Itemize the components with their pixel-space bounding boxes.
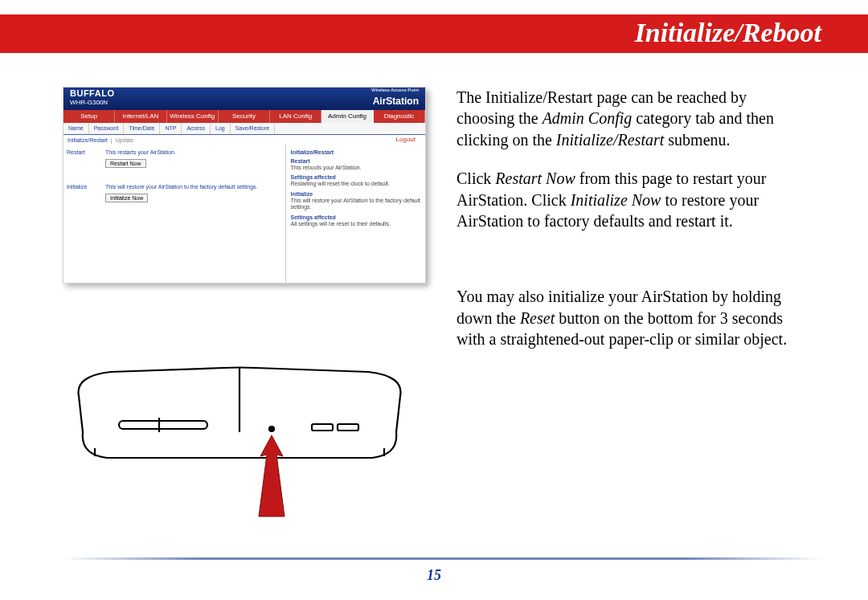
p1-em1: Admin Config [542, 109, 633, 127]
brand-name: AirStation [373, 96, 419, 107]
restart-row: Restart This restarts your AirStation. R… [67, 149, 279, 168]
side-text-3: This will restore your AirStation to the… [291, 198, 421, 211]
tab-internet-lan[interactable]: Internet/LAN [115, 110, 166, 123]
admin-screenshot: BUFFALO WHR-G300N Wireless Access Point … [63, 87, 426, 284]
screenshot-sidebar: Initialize/Restart Restart This reboots … [286, 145, 426, 284]
brand-logo: BUFFALO [70, 88, 114, 98]
initialize-note: This will restore your AirStation to the… [105, 184, 279, 190]
right-column: The Initialize/Restart page can be reach… [457, 87, 802, 368]
subtab-password[interactable]: Password [89, 123, 125, 134]
content-area: BUFFALO WHR-G300N Wireless Access Point … [63, 87, 823, 552]
side-text-4: All settings will be reset to their defa… [291, 221, 421, 227]
logout-link[interactable]: Logout [396, 136, 416, 143]
side-heading-restart: Restart [291, 158, 421, 164]
active-submenu[interactable]: Initialize/Restart [68, 137, 108, 143]
subtab-saverestore[interactable]: Save/Restore [231, 123, 275, 134]
page-number: 15 [0, 567, 868, 584]
manual-page: Initialize/Reboot BUFFALO WHR-G300N Wire… [0, 0, 868, 600]
side-text-1: This reboots your AirStation. [291, 165, 421, 171]
side-heading-main: Initialize/Restart [291, 149, 421, 155]
p2-a: Click [457, 169, 495, 187]
p2-em1: Restart Now [495, 169, 575, 187]
restart-note: This restarts your AirStation. [105, 149, 279, 155]
restart-now-button[interactable]: Restart Now [105, 159, 146, 168]
tab-setup[interactable]: Setup [63, 110, 115, 123]
subtab-timedate[interactable]: Time/Date [124, 123, 160, 134]
paragraph-1: The Initialize/Restart page can be reach… [457, 87, 802, 150]
paragraph-3: You may also initialize your AirStation … [457, 286, 802, 349]
subtab-log[interactable]: Log [211, 123, 231, 134]
p1-em2: Initialize/Restart [556, 131, 664, 149]
main-tabs: Setup Internet/LAN Wireless Config Secur… [63, 110, 425, 123]
restart-label: Restart [67, 149, 100, 155]
initialize-row: Initialize This will restore your AirSta… [67, 184, 279, 202]
initialize-label: Initialize [67, 184, 100, 190]
tab-admin-config[interactable]: Admin Config [321, 110, 373, 123]
active-submenu-2[interactable]: Update [116, 137, 134, 143]
svg-point-5 [269, 427, 274, 431]
svg-rect-3 [119, 421, 207, 429]
initialize-now-button[interactable]: Initialize Now [105, 194, 148, 202]
side-heading-settings-2: Settings affected [291, 214, 421, 220]
device-svg [63, 352, 416, 553]
sub-tabs: Name Password Time/Date NTP Access Log S… [63, 123, 425, 135]
p2-em2: Initialize Now [571, 191, 661, 209]
tab-wireless[interactable]: Wireless Config [167, 110, 219, 123]
screenshot-header: BUFFALO WHR-G300N Wireless Access Point … [63, 88, 425, 110]
device-illustration [63, 352, 416, 553]
screenshot-body: Restart This restarts your AirStation. R… [63, 145, 425, 284]
footer-divider [63, 557, 823, 560]
page-title: Initialize/Reboot [635, 18, 821, 48]
tab-diagnostic[interactable]: Diagnostic [374, 110, 425, 123]
side-heading-initialize: Initialize [291, 191, 421, 197]
side-text-2: Restarting will reset the clock to defau… [291, 181, 421, 187]
p3-em1: Reset [520, 309, 555, 327]
side-heading-settings-1: Settings affected [291, 174, 421, 180]
left-column: BUFFALO WHR-G300N Wireless Access Point … [63, 87, 424, 284]
model-label: WHR-G300N [70, 99, 108, 106]
title-bar: Initialize/Reboot [0, 14, 868, 53]
subtab-ntp[interactable]: NTP [160, 123, 182, 134]
tab-security[interactable]: Security [219, 110, 270, 123]
active-submenu-row: Initialize/Restart | Update [63, 135, 425, 145]
paragraph-2: Click Restart Now from this page to rest… [457, 168, 802, 231]
subtab-name[interactable]: Name [63, 123, 89, 134]
p1-c: submenu. [664, 131, 730, 149]
spacer [457, 249, 802, 268]
tab-lan-config[interactable]: LAN Config [270, 110, 321, 123]
screenshot-main: Restart This restarts your AirStation. R… [63, 145, 286, 284]
brand-subtitle: Wireless Access Point [371, 88, 419, 92]
subtab-access[interactable]: Access [182, 123, 211, 134]
